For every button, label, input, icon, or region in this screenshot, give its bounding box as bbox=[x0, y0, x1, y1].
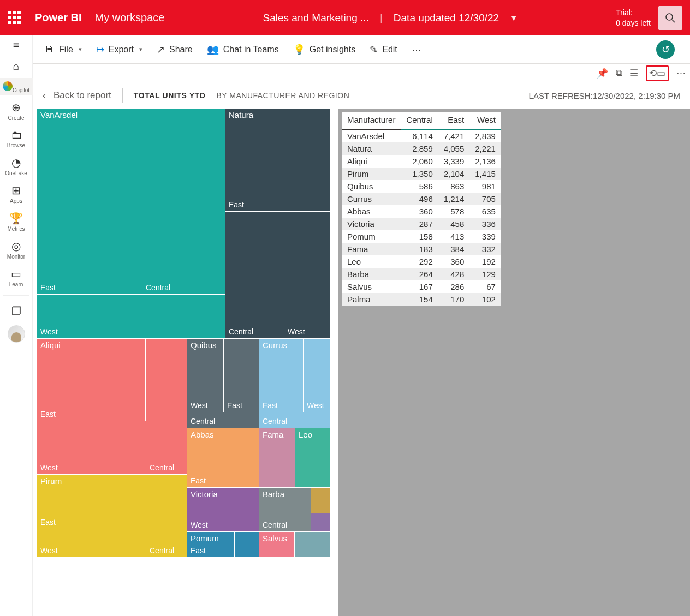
cell-region: Central bbox=[263, 417, 287, 426]
workspace-name[interactable]: My workspace bbox=[95, 11, 165, 24]
table-row[interactable]: Aliqui 2,060 3,339 2,136 bbox=[342, 155, 501, 168]
cell-label: Salvus bbox=[263, 534, 287, 543]
treemap-cell[interactable]: PirumEast bbox=[37, 475, 146, 529]
treemap-cell[interactable]: VanArsdelEast bbox=[37, 109, 142, 294]
treemap-cell[interactable] bbox=[235, 532, 259, 557]
chevron-down-icon[interactable]: ▼ bbox=[510, 14, 518, 22]
treemap-cell[interactable]: Central bbox=[146, 475, 187, 557]
table-row[interactable]: VanArsdel 6,114 7,421 2,839 bbox=[342, 129, 501, 142]
treemap-cell[interactable]: QuibusWest bbox=[187, 339, 223, 412]
more-icon[interactable]: ⋯ bbox=[676, 68, 686, 79]
table-row[interactable]: Barba 264 428 129 bbox=[342, 268, 501, 280]
data-table[interactable]: Manufacturer Central East West VanArsdel… bbox=[342, 112, 501, 306]
hamburger-button[interactable]: ≡ bbox=[0, 35, 33, 55]
treemap-cell[interactable]: PomumEast bbox=[187, 532, 234, 557]
reset-button[interactable]: ↺ bbox=[656, 40, 675, 59]
cell-west: 2,136 bbox=[469, 155, 501, 168]
data-updated-label[interactable]: Data updated 12/30/22 bbox=[394, 12, 499, 24]
table-row[interactable]: Currus 496 1,214 705 bbox=[342, 193, 501, 205]
cell-west: 1,415 bbox=[469, 168, 501, 180]
cell-region: Central bbox=[229, 327, 253, 336]
treemap-cell[interactable]: AliquiEast bbox=[37, 339, 145, 421]
col-east[interactable]: East bbox=[438, 112, 470, 129]
treemap-cell[interactable]: West bbox=[37, 421, 146, 474]
nav-onelake[interactable]: ◔OneLake bbox=[0, 153, 33, 178]
cell-central: 264 bbox=[401, 268, 438, 280]
user-avatar[interactable] bbox=[8, 325, 25, 343]
table-row[interactable]: Salvus 167 286 67 bbox=[342, 280, 501, 293]
nav-learn[interactable]: ▭Learn bbox=[0, 264, 33, 290]
cell-central: 183 bbox=[401, 243, 438, 255]
edit-button[interactable]: ✎Edit bbox=[364, 40, 403, 59]
treemap-cell[interactable]: Central bbox=[225, 212, 284, 338]
treemap-cell[interactable]: Central bbox=[187, 412, 259, 428]
treemap-cell[interactable]: AbbasEast bbox=[187, 428, 259, 487]
nav-copilot[interactable]: Copilot bbox=[0, 78, 33, 95]
table-row[interactable]: Pomum 158 413 339 bbox=[342, 230, 501, 243]
col-manufacturer[interactable]: Manufacturer bbox=[342, 112, 401, 129]
treemap-cell[interactable]: CurrusEast bbox=[259, 339, 303, 412]
nav-metrics[interactable]: 🏆Metrics bbox=[0, 208, 33, 234]
share-button[interactable]: ↗Share bbox=[151, 40, 198, 59]
get-insights-button[interactable]: 💡Get insights bbox=[288, 40, 361, 59]
file-menu[interactable]: 🗎File▾ bbox=[39, 40, 87, 58]
cell-label: Abbas bbox=[191, 430, 214, 439]
table-row[interactable]: Victoria 287 458 336 bbox=[342, 218, 501, 230]
col-west[interactable]: West bbox=[469, 112, 501, 129]
treemap-cell[interactable]: East bbox=[224, 339, 259, 412]
treemap-cell[interactable]: Central bbox=[146, 339, 187, 474]
treemap-cell[interactable]: West bbox=[304, 339, 330, 412]
treemap-visual[interactable]: VanArsdelEast Central West NaturaEast Ce… bbox=[37, 109, 330, 557]
visual-content: VanArsdelEast Central West NaturaEast Ce… bbox=[33, 109, 690, 616]
search-button[interactable] bbox=[658, 6, 682, 30]
table-row[interactable]: Quibus 586 863 981 bbox=[342, 180, 501, 193]
table-row[interactable]: Natura 2,859 4,055 2,221 bbox=[342, 142, 501, 155]
cell-west: 67 bbox=[469, 280, 501, 293]
cell-label: Pomum bbox=[191, 534, 219, 543]
nav-create[interactable]: ⊕Create bbox=[0, 98, 33, 123]
table-row[interactable]: Palma 154 170 102 bbox=[342, 293, 501, 306]
table-row[interactable]: Abbas 360 578 635 bbox=[342, 205, 501, 218]
treemap-cell[interactable] bbox=[311, 513, 330, 531]
treemap-cell[interactable] bbox=[295, 532, 330, 557]
export-menu[interactable]: ↦Export▾ bbox=[91, 40, 148, 59]
nav-workspaces[interactable]: ❐ bbox=[0, 301, 33, 321]
treemap-cell[interactable] bbox=[240, 488, 259, 531]
cell-east: 413 bbox=[438, 230, 470, 243]
trial-badge[interactable]: Trial: 0 days left bbox=[616, 8, 651, 27]
treemap-cell[interactable]: West bbox=[37, 295, 225, 338]
copy-icon[interactable]: ⧉ bbox=[616, 68, 622, 79]
switch-layout-icon[interactable]: ⟲▭ bbox=[646, 65, 669, 81]
cell-east: 4,055 bbox=[438, 142, 470, 155]
treemap-cell[interactable]: West bbox=[284, 212, 330, 338]
treemap-cell[interactable]: Leo bbox=[295, 428, 330, 487]
treemap-cell[interactable]: Salvus bbox=[259, 532, 294, 557]
nav-apps[interactable]: ⊞Apps bbox=[0, 181, 33, 206]
table-row[interactable]: Leo 292 360 192 bbox=[342, 255, 501, 268]
app-launcher-icon[interactable] bbox=[8, 11, 22, 25]
pin-icon[interactable]: 📌 bbox=[597, 68, 608, 79]
more-menu[interactable]: ⋯ bbox=[406, 40, 427, 59]
cell-mfr: Salvus bbox=[342, 280, 401, 293]
treemap-cell[interactable]: BarbaCentral bbox=[259, 488, 311, 531]
chat-teams-button[interactable]: 👥Chat in Teams bbox=[201, 40, 284, 59]
filter-icon[interactable]: ☰ bbox=[630, 68, 638, 79]
treemap-cell[interactable] bbox=[311, 488, 330, 513]
nav-browse[interactable]: 🗀Browse bbox=[0, 125, 33, 151]
cell-west: 2,221 bbox=[469, 142, 501, 155]
svg-point-0 bbox=[666, 14, 673, 20]
nav-home[interactable]: ⌂ bbox=[0, 57, 33, 76]
report-title[interactable]: Sales and Marketing ... bbox=[263, 12, 369, 24]
treemap-cell[interactable]: West bbox=[37, 529, 146, 557]
back-to-report[interactable]: ‹Back to report bbox=[43, 90, 111, 101]
treemap-cell[interactable]: Central bbox=[259, 412, 330, 428]
treemap-cell[interactable]: NaturaEast bbox=[225, 109, 330, 211]
col-central[interactable]: Central bbox=[401, 112, 438, 129]
treemap-cell[interactable]: VictoriaWest bbox=[187, 488, 240, 531]
table-row[interactable]: Fama 183 384 332 bbox=[342, 243, 501, 255]
treemap-cell[interactable]: Central bbox=[142, 109, 225, 294]
treemap-cell[interactable]: Fama bbox=[259, 428, 295, 487]
nav-monitor[interactable]: ◎Monitor bbox=[0, 236, 33, 262]
brand-label[interactable]: Power BI bbox=[35, 11, 82, 24]
table-row[interactable]: Pirum 1,350 2,104 1,415 bbox=[342, 168, 501, 180]
